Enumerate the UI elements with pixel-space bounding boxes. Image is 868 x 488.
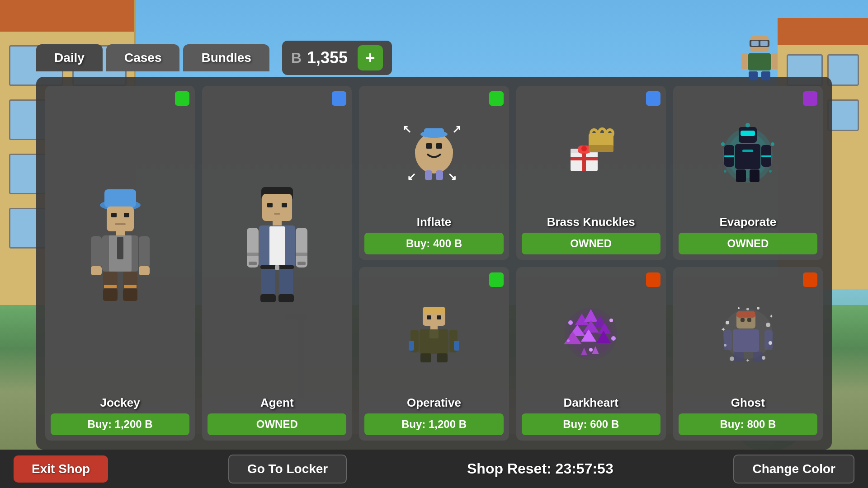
svg-rect-12 [111, 213, 117, 217]
svg-rect-60 [443, 148, 453, 155]
svg-rect-97 [437, 315, 441, 319]
agent-name: Agent [208, 396, 346, 410]
svg-rect-87 [724, 155, 734, 157]
tab-daily[interactable]: Daily [36, 44, 103, 71]
avatar-area [741, 36, 778, 83]
exit-shop-button[interactable]: Exit Shop [14, 455, 108, 483]
change-color-button[interactable]: Change Color [733, 455, 854, 483]
svg-rect-43 [296, 253, 307, 256]
svg-rect-27 [104, 285, 117, 288]
svg-point-71 [581, 146, 587, 151]
svg-rect-131 [724, 330, 732, 350]
svg-rect-134 [753, 352, 763, 362]
svg-rect-10 [104, 189, 136, 207]
svg-point-118 [568, 320, 573, 325]
svg-rect-11 [107, 206, 134, 231]
operative-buy-button[interactable]: Buy: 1,200 B [364, 413, 503, 435]
svg-rect-88 [761, 155, 771, 157]
svg-rect-6 [772, 53, 778, 69]
svg-rect-127 [736, 311, 755, 318]
svg-rect-129 [747, 318, 751, 322]
inflate-buy-button[interactable]: Buy: 400 B [364, 233, 503, 254]
currency-bar: B 1,355 + [282, 41, 392, 75]
svg-rect-2 [751, 41, 759, 46]
svg-rect-37 [269, 226, 285, 266]
svg-point-90 [771, 142, 774, 146]
svg-point-139 [746, 308, 749, 310]
item-agent[interactable]: Agent OWNED [202, 86, 352, 441]
svg-text:✦: ✦ [745, 357, 750, 363]
avatar-character [741, 36, 778, 81]
add-currency-button[interactable]: + [358, 45, 383, 70]
svg-rect-34 [273, 220, 282, 226]
item-operative[interactable]: Operative Buy: 1,200 B [359, 267, 509, 441]
svg-rect-18 [117, 237, 123, 259]
svg-rect-28 [124, 285, 137, 288]
brass-figure [522, 91, 660, 215]
svg-rect-25 [103, 289, 118, 301]
agent-owned-button[interactable]: OWNED [208, 413, 346, 435]
evaporate-owned-button[interactable]: OWNED [679, 233, 817, 254]
svg-rect-106 [454, 341, 459, 351]
svg-point-136 [766, 323, 770, 327]
svg-rect-13 [124, 213, 129, 217]
svg-point-93 [745, 123, 750, 127]
darkheart-buy-button[interactable]: Buy: 600 B [522, 413, 660, 435]
operative-indicator [489, 272, 504, 287]
svg-rect-3 [760, 41, 768, 46]
ghost-svg: ✦ ✦ ✦ [718, 305, 777, 363]
svg-rect-57 [426, 143, 432, 149]
jockey-name: Jockey [51, 396, 189, 410]
svg-rect-14 [115, 223, 126, 225]
svg-point-89 [721, 142, 725, 146]
item-jockey[interactable]: Jockey Buy: 1,200 B [45, 86, 195, 441]
svg-rect-104 [437, 353, 448, 362]
svg-rect-86 [750, 169, 760, 182]
svg-rect-38 [259, 226, 269, 266]
go-to-locker-button[interactable]: Go To Locker [228, 455, 347, 483]
brass-indicator [646, 91, 660, 106]
operative-figure [364, 272, 503, 396]
evaporate-figure [679, 91, 817, 215]
svg-point-142 [738, 307, 740, 309]
svg-rect-105 [409, 341, 414, 351]
item-brass-knuckles[interactable]: Brass Knuckles OWNED [516, 86, 666, 260]
jockey-buy-button[interactable]: Buy: 1,200 B [51, 413, 189, 435]
inflate-svg: ↖ ↗ ↙ ↘ [402, 122, 466, 185]
svg-rect-21 [91, 266, 102, 275]
item-evaporate[interactable]: Evaporate OWNED [673, 86, 823, 260]
svg-rect-48 [260, 294, 276, 302]
svg-point-138 [769, 341, 772, 345]
svg-rect-96 [427, 315, 431, 319]
tab-bundles[interactable]: Bundles [183, 44, 269, 71]
svg-text:↙: ↙ [407, 170, 416, 183]
tab-cases[interactable]: Cases [106, 44, 180, 71]
item-inflate[interactable]: ↖ ↗ ↙ ↘ Inflate Buy: 400 B [359, 86, 509, 260]
operative-name: Operative [364, 396, 503, 410]
agent-character-svg [243, 185, 311, 302]
svg-rect-4 [748, 53, 771, 70]
svg-rect-133 [734, 352, 744, 362]
svg-point-141 [762, 356, 765, 360]
svg-point-91 [724, 170, 726, 173]
shop-reset-timer: Shop Reset: 23:57:53 [467, 460, 613, 477]
ghost-buy-button[interactable]: Buy: 800 B [679, 413, 817, 435]
svg-rect-130 [733, 329, 759, 352]
svg-rect-74 [599, 129, 605, 136]
brass-owned-button[interactable]: OWNED [522, 233, 660, 254]
svg-rect-7 [749, 71, 758, 80]
ghost-figure: ✦ ✦ ✦ [679, 272, 817, 396]
svg-rect-20 [139, 236, 150, 268]
jockey-character-svg [84, 185, 156, 302]
currency-symbol: B [291, 50, 302, 66]
svg-rect-15 [116, 230, 125, 236]
svg-rect-33 [274, 213, 280, 215]
evaporate-name: Evaporate [679, 215, 817, 229]
svg-rect-95 [423, 307, 445, 314]
svg-rect-40 [247, 228, 259, 267]
item-darkheart[interactable]: Darkheart Buy: 600 B [516, 267, 666, 441]
jockey-figure [51, 91, 189, 396]
svg-rect-76 [589, 145, 613, 152]
item-ghost[interactable]: ✦ ✦ ✦ Ghost Buy: 800 B [673, 267, 823, 441]
svg-point-120 [567, 339, 570, 342]
